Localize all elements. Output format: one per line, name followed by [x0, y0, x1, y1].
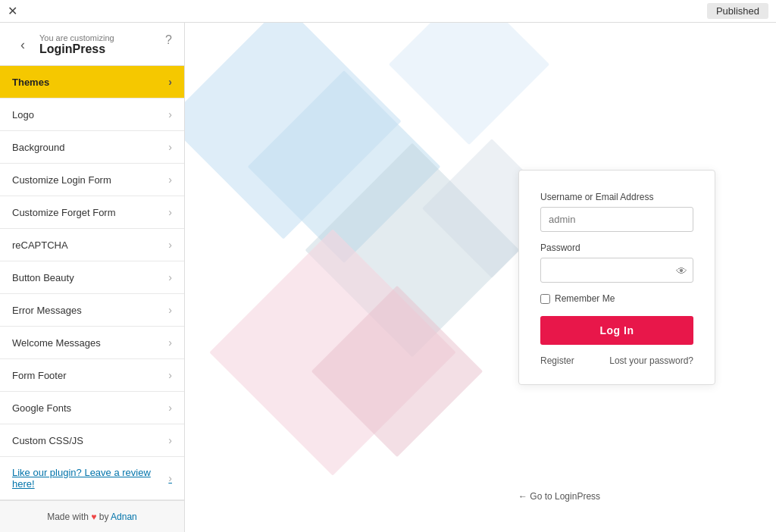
sidebar-item-welcome-messages[interactable]: Welcome Messages›	[0, 327, 184, 359]
chevron-icon: ›	[168, 141, 172, 153]
sidebar-menu: Themes›Logo›Background›Customize Login F…	[0, 66, 184, 500]
sidebar-item-label: Custom CSS/JS	[12, 435, 83, 446]
login-button[interactable]: Log In	[540, 316, 693, 345]
footer-by: by	[99, 512, 109, 522]
diamond-6	[389, 23, 549, 145]
sidebar-header: ‹ You are customizing LoginPress ?	[0, 23, 184, 66]
back-button[interactable]: ‹	[12, 34, 33, 55]
chevron-icon: ›	[168, 239, 172, 251]
sidebar-item-label: Themes	[12, 77, 49, 88]
sidebar-item-label: Error Messages	[12, 305, 82, 316]
sidebar-item-form-footer[interactable]: Form Footer›	[0, 359, 184, 392]
sidebar: ‹ You are customizing LoginPress ? Theme…	[0, 23, 185, 532]
remember-me-checkbox[interactable]	[540, 294, 550, 304]
main-content: Username or Email Address Password 👁 Rem…	[185, 23, 776, 532]
password-field-group: Password 👁	[540, 243, 693, 283]
login-links: Register Lost your password?	[540, 355, 693, 366]
footer-heart: ♥	[91, 512, 96, 522]
lost-password-link[interactable]: Lost your password?	[609, 355, 693, 366]
chevron-icon: ›	[168, 174, 172, 186]
sidebar-item-google-fonts[interactable]: Google Fonts›	[0, 392, 184, 424]
sidebar-item-label: Form Footer	[12, 370, 67, 381]
sidebar-item-logo[interactable]: Logo›	[0, 99, 184, 131]
sidebar-footer: Made with ♥ by Adnan	[0, 500, 184, 532]
sidebar-item-button-beauty[interactable]: Button Beauty›	[0, 261, 184, 294]
sidebar-item-label: Button Beauty	[12, 272, 74, 283]
sidebar-item-label: reCAPTCHA	[12, 239, 68, 251]
sidebar-item-custom-css-js[interactable]: Custom CSS/JS›	[0, 424, 184, 457]
top-bar: ✕ Published	[0, 0, 776, 23]
footer-made-with: Made with	[47, 512, 89, 522]
username-input[interactable]	[540, 207, 693, 232]
sidebar-item-customize-login-form[interactable]: Customize Login Form›	[0, 164, 184, 196]
sidebar-item-recaptcha[interactable]: reCAPTCHA›	[0, 229, 184, 261]
chevron-icon: ›	[168, 271, 172, 283]
username-field-group: Username or Email Address	[540, 192, 693, 232]
chevron-icon: ›	[168, 108, 172, 120]
published-badge: Published	[707, 3, 768, 19]
register-link[interactable]: Register	[540, 355, 574, 366]
chevron-icon: ›	[168, 434, 172, 446]
chevron-icon: ›	[168, 472, 172, 484]
close-button[interactable]: ✕	[8, 4, 17, 18]
username-label: Username or Email Address	[540, 192, 693, 202]
go-to-loginpress-link[interactable]: ← Go to LoginPress	[518, 491, 600, 502]
help-button[interactable]: ?	[165, 33, 172, 47]
sidebar-item-label: Customize Forget Form	[12, 207, 116, 218]
sidebar-item-label: Welcome Messages	[12, 337, 101, 349]
chevron-icon: ›	[168, 369, 172, 381]
sidebar-item-background[interactable]: Background›	[0, 131, 184, 164]
review-link-label: Like our plugin? Leave a review here!	[12, 467, 168, 490]
sidebar-item-label: Background	[12, 142, 64, 153]
sidebar-item-error-messages[interactable]: Error Messages›	[0, 294, 184, 327]
sidebar-review-link[interactable]: Like our plugin? Leave a review here!›	[0, 457, 184, 500]
show-password-icon[interactable]: 👁	[676, 264, 687, 277]
chevron-icon: ›	[168, 304, 172, 316]
chevron-icon: ›	[168, 402, 172, 414]
sidebar-item-label: Google Fonts	[12, 402, 71, 414]
login-card: Username or Email Address Password 👁 Rem…	[518, 170, 715, 385]
footer-link[interactable]: Adnan	[111, 512, 137, 522]
sidebar-item-customize-forget-form[interactable]: Customize Forget Form›	[0, 196, 184, 229]
sidebar-item-label: Customize Login Form	[12, 174, 111, 186]
password-label: Password	[540, 243, 693, 253]
customizing-label: You are customizing	[39, 33, 114, 42]
chevron-icon: ›	[168, 206, 172, 218]
chevron-icon: ›	[168, 336, 172, 349]
sidebar-item-label: Logo	[12, 109, 34, 120]
remember-me-label: Remember Me	[555, 293, 615, 304]
customizing-name: LoginPress	[39, 42, 114, 56]
remember-me-row: Remember Me	[540, 293, 693, 304]
chevron-icon: ›	[168, 76, 172, 88]
password-wrap: 👁	[540, 258, 693, 283]
password-input[interactable]	[540, 258, 693, 283]
sidebar-item-themes[interactable]: Themes›	[0, 66, 184, 99]
